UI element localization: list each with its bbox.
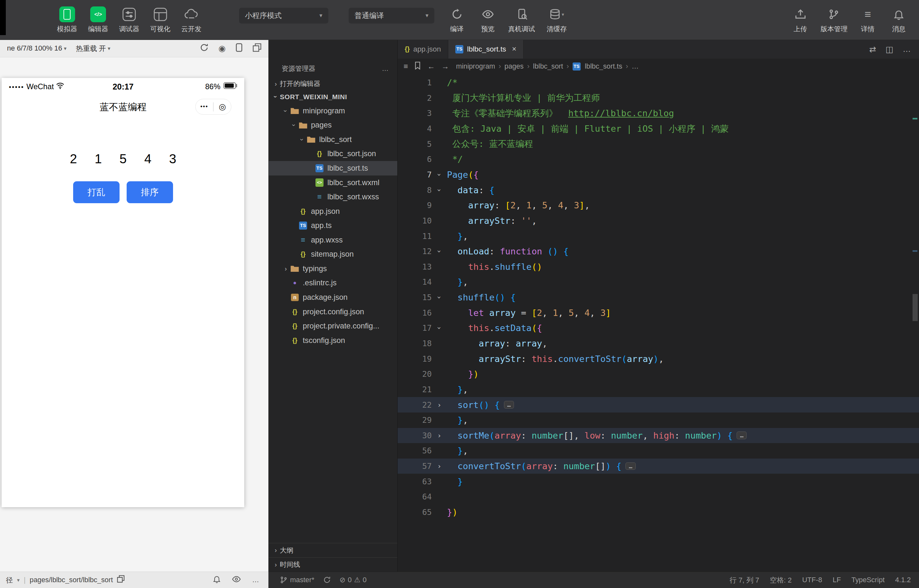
language-mode[interactable]: TypeScript — [851, 576, 885, 584]
outline-section[interactable]: › 大纲 — [269, 543, 397, 557]
mode-dropdown[interactable]: 小程序模式 ▾ — [239, 8, 328, 24]
code-line[interactable]: 10 arrayStr: '', — [398, 213, 919, 229]
code-line[interactable]: 3 专注《零基础学编程系列》 http://lblbc.cn/blog — [398, 106, 919, 121]
fold-open-icon[interactable]: › — [435, 244, 443, 259]
chevron-expanded-icon[interactable]: › — [298, 136, 306, 144]
back-icon[interactable]: ← — [427, 62, 435, 71]
code-line[interactable]: 65}) — [398, 505, 919, 520]
timeline-section[interactable]: › 时间线 — [269, 557, 397, 572]
tree-item[interactable]: ≡lblbc_sort.wxss — [269, 190, 397, 204]
code-line[interactable]: 57› convertToStr(array: number[]) {… — [398, 459, 919, 474]
tree-item[interactable]: ›typings — [269, 262, 397, 276]
code-line[interactable]: 1/* — [398, 75, 919, 90]
breadcrumb-item[interactable]: lblbc_sort — [533, 62, 563, 71]
cursor-position[interactable]: 行 7, 列 7 — [730, 575, 759, 585]
chevron-collapsed-icon[interactable]: › — [282, 265, 290, 272]
shuffle-button[interactable]: 打乱 — [73, 181, 120, 203]
close-capsule-icon[interactable]: ◎ — [214, 103, 231, 111]
code-line[interactable]: 12› onLoad: function () { — [398, 244, 919, 259]
tree-item[interactable]: {}project.config.json — [269, 305, 397, 319]
tree-item[interactable]: TSapp.ts — [269, 218, 397, 233]
code-line[interactable]: 30› sortMe(array: number[], low: number,… — [398, 428, 919, 443]
more-actions-icon[interactable]: … — [903, 44, 911, 54]
device-frame-icon[interactable] — [236, 43, 243, 54]
code-line[interactable]: 18 array: array, — [398, 336, 919, 351]
tree-item[interactable]: {}project.private.config... — [269, 319, 397, 333]
scrollbar-thumb[interactable] — [913, 294, 918, 321]
tree-item[interactable]: {}lblbc_sort.json — [269, 147, 397, 162]
code-line[interactable]: 13 this.shuffle() — [398, 259, 919, 275]
tree-item[interactable]: {}tsconfig.json — [269, 333, 397, 348]
folded-code-badge[interactable]: … — [625, 462, 636, 470]
eol-setting[interactable]: LF — [833, 576, 841, 584]
tree-item[interactable]: TSlblbc_sort.ts — [269, 161, 397, 176]
problems-indicator[interactable]: ⊘ 0 ⚠ 0 — [340, 576, 367, 584]
sort-button[interactable]: 排序 — [127, 181, 173, 203]
code-line[interactable]: 19 arrayStr: this.convertToStr(array), — [398, 351, 919, 367]
fold-open-icon[interactable]: › — [435, 320, 443, 336]
code-line[interactable]: 64 — [398, 489, 919, 505]
tree-item[interactable]: {}app.json — [269, 204, 397, 219]
code-line[interactable]: 9 array: [2, 1, 5, 4, 3], — [398, 198, 919, 213]
fold-closed-icon[interactable]: › — [432, 462, 447, 470]
compile-mode-dropdown[interactable]: 普通编译 ▾ — [349, 8, 434, 24]
code-line[interactable]: 29 }, — [398, 412, 919, 428]
tree-item[interactable]: ›pages — [269, 118, 397, 132]
code-line[interactable]: 15› shuffle() { — [398, 290, 919, 305]
code-editor[interactable]: 1/*2 厦门大学计算机专业 | 前华为工程师3 专注《零基础学编程系列》 ht… — [398, 74, 919, 572]
code-line[interactable]: 21 }, — [398, 382, 919, 397]
notifications-icon[interactable] — [213, 575, 221, 585]
details-button[interactable]: ≡ 详情 — [852, 6, 883, 34]
code-line[interactable]: 2 厦门大学计算机专业 | 前华为工程师 — [398, 90, 919, 106]
project-root-section[interactable]: › SORT_WEIXIN_MINI — [269, 90, 397, 104]
code-line[interactable]: 63 } — [398, 474, 919, 489]
code-line[interactable]: 11 }, — [398, 228, 919, 244]
breadcrumb-item[interactable]: … — [631, 62, 639, 71]
version-control-button[interactable]: 版本管理 — [816, 6, 852, 34]
indent-setting[interactable]: 空格: 2 — [770, 575, 792, 585]
tree-item[interactable]: {}sitemap.json — [269, 247, 397, 262]
tree-item[interactable]: <>lblbc_sort.wxml — [269, 176, 397, 190]
sync-icon[interactable] — [323, 576, 331, 584]
breadcrumb-item[interactable]: pages — [505, 62, 524, 71]
compile-button[interactable]: 编译 — [442, 6, 472, 34]
folded-code-badge[interactable]: … — [737, 431, 747, 439]
preview-button[interactable]: 预览 — [472, 6, 503, 34]
tree-item[interactable]: ›miniprogram — [269, 104, 397, 118]
clear-cache-button[interactable]: ▾ 清缓存 — [540, 6, 574, 34]
swap-editors-icon[interactable]: ⇄ — [869, 44, 876, 54]
open-editors-section[interactable]: › 打开的编辑器 — [269, 77, 397, 90]
breadcrumb-item[interactable]: miniprogram — [456, 62, 495, 71]
folded-code-badge[interactable]: … — [504, 401, 514, 409]
tree-item[interactable]: npackage.json — [269, 290, 397, 305]
refresh-icon[interactable] — [200, 43, 209, 54]
tab-lblbc-sort-ts[interactable]: TS lblbc_sort.ts × — [448, 40, 524, 58]
chevron-expanded-icon[interactable]: › — [290, 121, 298, 129]
path-mode-label[interactable]: 径 — [6, 575, 13, 585]
code-line[interactable]: 56 }, — [398, 443, 919, 459]
debugger-tool-button[interactable]: 调试器 — [114, 6, 145, 34]
breadcrumb-item[interactable]: lblbc_sort.ts — [585, 62, 622, 71]
bookmark-icon[interactable] — [414, 61, 421, 71]
eye-icon[interactable] — [232, 575, 241, 585]
encoding-setting[interactable]: UTF-8 — [803, 576, 822, 584]
messages-button[interactable]: 消息 — [883, 6, 914, 34]
outline-list-icon[interactable]: ≡ — [403, 62, 408, 71]
tree-item[interactable]: ●.eslintrc.js — [269, 276, 397, 291]
code-line[interactable]: 17› this.setData({ — [398, 320, 919, 336]
menu-dots-icon[interactable]: ••• — [196, 103, 213, 110]
chevron-expanded-icon[interactable]: › — [282, 107, 290, 115]
upload-button[interactable]: 上传 — [785, 6, 816, 34]
fold-open-icon[interactable]: › — [435, 182, 443, 197]
code-line[interactable]: 22› sort() {… — [398, 397, 919, 412]
hot-reload-toggle[interactable]: 热重载 开 — [76, 44, 106, 53]
code-line[interactable]: 20 }) — [398, 367, 919, 382]
tree-item[interactable]: ›lblbc_sort — [269, 132, 397, 147]
device-debug-button[interactable]: 真机调试 — [503, 6, 540, 34]
close-tab-icon[interactable]: × — [512, 45, 516, 53]
code-line[interactable]: 4 包含: Java | 安卓 | 前端 | Flutter | iOS | 小… — [398, 121, 919, 137]
code-line[interactable]: 7›Page({ — [398, 167, 919, 183]
forward-icon[interactable]: → — [442, 62, 449, 71]
fold-open-icon[interactable]: › — [435, 167, 443, 182]
simulator-tool-button[interactable]: 模拟器 — [52, 6, 83, 34]
